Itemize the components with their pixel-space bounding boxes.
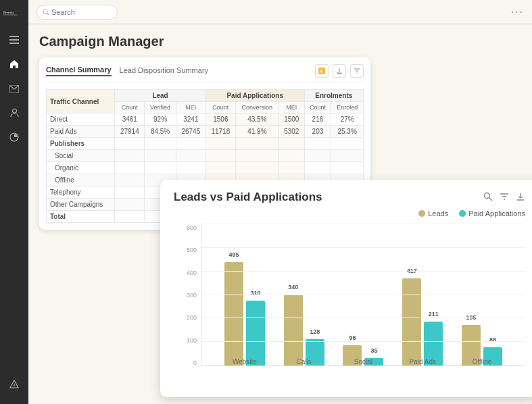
sub-col-lead-mei: MEI: [176, 102, 205, 113]
chart-plot: 495310340128983541721119588 WebsiteCalls…: [201, 224, 525, 366]
search-box[interactable]: [37, 5, 118, 20]
bar-leads-value: 340: [288, 284, 298, 291]
svg-rect-5: [9, 39, 19, 41]
x-axis-label: Website: [224, 358, 265, 365]
legend-paid: Paid Applications: [459, 209, 525, 218]
legend-leads: Leads: [418, 209, 448, 218]
bar-group: 495310: [224, 262, 265, 365]
bar-leads-value: 98: [349, 334, 356, 341]
grid-line: [201, 318, 525, 318]
tab-actions: A: [315, 64, 364, 78]
legend-paid-dot: [459, 210, 466, 217]
top-bar-dots: ···: [511, 6, 524, 18]
sub-col-enrol-count: Count: [304, 102, 331, 113]
y-axis-label: 600: [187, 224, 197, 231]
svg-point-16: [485, 193, 490, 198]
sidebar-person-icon[interactable]: [4, 103, 24, 123]
svg-point-12: [43, 9, 47, 14]
svg-text:A: A: [320, 69, 323, 74]
svg-text:formerly rankguru: formerly rankguru: [3, 14, 18, 16]
bars-container: 495310340128983541721119588: [201, 224, 525, 365]
channel-social: Social: [47, 150, 115, 162]
chart-filter-icon[interactable]: [500, 192, 509, 203]
bar-chart-area: 6005004003002001000 49531034012898354172…: [174, 224, 525, 386]
chart-download-icon[interactable]: [516, 192, 525, 203]
bar-paid-value: 35: [370, 347, 377, 354]
y-axis-label: 300: [187, 292, 197, 299]
bar-pair: 340128: [284, 295, 324, 365]
table-row: Paid Ads 27914 84.5% 26745 11718 41.9% 5…: [47, 126, 364, 138]
grid-line: [201, 247, 525, 248]
x-labels: WebsiteCallsSocialPaid AdsOffline: [201, 358, 525, 365]
channel-publishers: Publishers: [47, 138, 115, 150]
chart-card: Leads vs Paid Applications: [160, 180, 532, 397]
sidebar: m meritto formerly rankguru: [0, 0, 28, 404]
page-title: Campaign Manager: [39, 34, 521, 49]
grid-line: [201, 341, 525, 342]
bar-paid-value: 211: [429, 311, 439, 318]
channel-total: Total: [47, 211, 115, 223]
table-row: Direct 3461 92% 3241 1506 43.5% 1500 216…: [47, 113, 364, 126]
search-input[interactable]: [51, 8, 112, 16]
channel-organic: Organic: [47, 162, 115, 174]
filter-icon[interactable]: [350, 64, 364, 78]
channel-telephony: Telephony: [47, 186, 115, 199]
legend-paid-label: Paid Applications: [468, 209, 525, 218]
svg-point-8: [12, 109, 16, 113]
channel-paid-ads: Paid Ads: [47, 126, 115, 138]
x-axis-label: Paid Ads: [402, 358, 443, 365]
x-axis-label: Social: [343, 358, 383, 365]
table-row: Organic: [47, 162, 364, 174]
svg-point-11: [14, 386, 14, 387]
sub-col-lead-count: Count: [115, 102, 145, 113]
chart-icons: [483, 192, 525, 203]
bar-paid-value: 128: [310, 328, 320, 335]
sub-col-lead-verified: Verified: [145, 102, 176, 113]
col-lead-group: Lead: [115, 90, 206, 102]
sidebar-home-icon[interactable]: [4, 54, 24, 74]
sidebar-menu-icon[interactable]: [4, 30, 24, 50]
bar-paid: 310: [246, 301, 265, 365]
tab-row: Channel Summary Lead Disposition Summary…: [46, 64, 364, 82]
legend-leads-dot: [418, 210, 425, 217]
legend-leads-label: Leads: [428, 209, 448, 218]
tab-channel-summary[interactable]: Channel Summary: [46, 66, 112, 76]
svg-text:meritto: meritto: [5, 11, 14, 14]
table-row: Publishers: [47, 138, 364, 150]
sidebar-mail-icon[interactable]: [4, 78, 24, 99]
grid-line: [201, 271, 525, 272]
bar-paid-value: 88: [489, 336, 496, 343]
chart-legend: Leads Paid Applications: [174, 209, 525, 218]
bar-leads: 417: [402, 278, 421, 365]
col-enrollments-group: Enrolments: [304, 90, 363, 102]
y-axis-label: 100: [187, 337, 197, 344]
download-icon[interactable]: [333, 64, 346, 78]
chart-search-icon[interactable]: [483, 192, 493, 203]
chart-header: Leads vs Paid Applications: [174, 191, 525, 204]
tab-lead-disposition[interactable]: Lead Disposition Summary: [120, 66, 208, 76]
sidebar-alert-icon[interactable]: [4, 374, 24, 395]
svg-line-17: [489, 198, 492, 201]
app-logo: m meritto formerly rankguru: [2, 5, 26, 19]
bar-group: 340128: [284, 295, 324, 365]
svg-line-13: [47, 13, 49, 15]
col-paid-apps-group: Paid Applications: [205, 90, 304, 102]
channel-offline: Offline: [47, 174, 115, 186]
sub-col-enrolled: Enroled: [331, 102, 364, 113]
app-container: m meritto formerly rankguru: [0, 0, 532, 404]
channel-other: Other Campaigns: [47, 199, 115, 211]
channel-direct: Direct: [47, 113, 115, 126]
grid-line: [201, 295, 525, 295]
page-content: Campaign Manager Channel Summary Lead Di…: [28, 24, 532, 404]
sub-col-paid-mei: MEI: [279, 102, 304, 113]
export-icon[interactable]: A: [315, 64, 329, 78]
sidebar-chart-icon[interactable]: [4, 127, 24, 147]
bar-paid-value: 310: [250, 290, 260, 297]
y-axis-label: 500: [187, 247, 197, 253]
bar-leads-value: 495: [228, 251, 239, 258]
bar-pair: 495310: [224, 262, 265, 365]
grid-line: [201, 224, 525, 224]
chart-title: Leads vs Paid Applications: [174, 191, 483, 204]
col-traffic-channel: Traffic Channel: [47, 90, 115, 113]
y-axis-label: 200: [187, 314, 197, 321]
